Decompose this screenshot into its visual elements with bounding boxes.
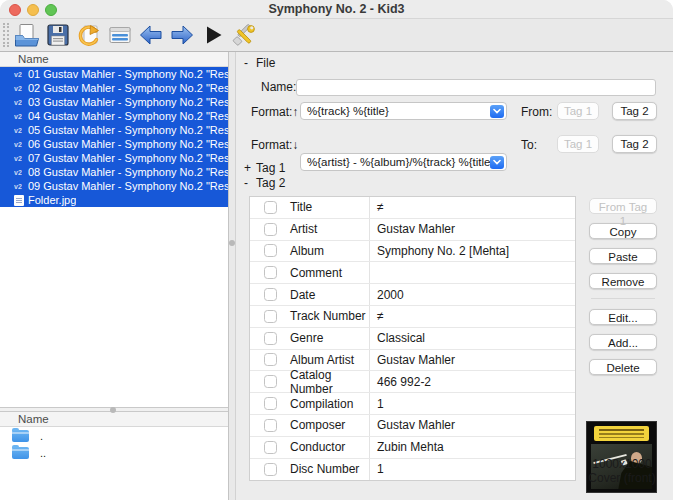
frame-checkbox-cell (250, 266, 277, 279)
dg-cartouche (594, 426, 649, 441)
tag2-action-button[interactable]: Paste (589, 248, 657, 264)
toolbar-drag-handle[interactable] (3, 23, 9, 47)
file-section-label: File (256, 56, 275, 70)
tag2-section-label: Tag 2 (256, 176, 285, 190)
tag2-edit-button[interactable]: Edit... (589, 309, 657, 325)
play-button[interactable] (199, 21, 228, 50)
kid3-window: Symphony No. 2 - Kid3 (0, 0, 673, 500)
frame-value[interactable]: Zubin Mehta (370, 440, 575, 454)
frame-checkbox[interactable] (264, 397, 277, 410)
splitter-handle-dot (229, 240, 235, 246)
file-row-image[interactable]: Folder.jpg (0, 193, 228, 207)
frame-checkbox[interactable] (264, 288, 277, 301)
frame-checkbox-cell (250, 310, 277, 323)
frame-label: Track Number (277, 306, 370, 327)
file-row[interactable]: v2 08 Gustav Mahler - Symphony No.2 "Res… (0, 165, 228, 179)
main-area: Name v2 01 Gustav Mahler - Symphony No.2… (0, 52, 673, 500)
chevron-down-icon (490, 156, 504, 169)
file-name: 01 Gustav Mahler - Symphony No.2 "Resurr (28, 68, 228, 80)
settings-button[interactable] (230, 21, 259, 50)
folder-icon (12, 447, 29, 459)
frame-checkbox[interactable] (264, 332, 277, 345)
file-row[interactable]: v2 06 Gustav Mahler - Symphony No.2 "Res… (0, 137, 228, 151)
format-to-filename-combo[interactable]: %{artist} - %{album}/%{track} %{title} (300, 153, 507, 171)
file-row[interactable]: v2 03 Gustav Mahler - Symphony No.2 "Res… (0, 95, 228, 109)
from-tag2-button[interactable]: Tag 2 (612, 102, 657, 120)
combo-value: %{track} %{title} (307, 105, 389, 117)
tag-v2-badge-icon: v2 (14, 141, 28, 148)
frame-checkbox[interactable] (264, 244, 277, 257)
frame-value[interactable]: Gustav Mahler (370, 222, 575, 236)
frame-row: Date 2000 (250, 284, 575, 306)
save-button[interactable] (44, 21, 73, 50)
crossed-tools-icon (231, 22, 257, 48)
frame-checkbox[interactable] (264, 353, 277, 366)
frame-value[interactable]: ≠ (370, 200, 575, 214)
playlist-button[interactable] (106, 21, 135, 50)
frame-value[interactable]: ≠ (370, 309, 575, 323)
tag2-action-button[interactable]: Remove (589, 273, 657, 289)
frame-checkbox[interactable] (264, 223, 277, 236)
frame-checkbox[interactable] (264, 463, 277, 476)
tag2-action-button[interactable]: Copy (589, 223, 657, 239)
frame-value[interactable]: Classical (370, 331, 575, 345)
frame-row: Artist Gustav Mahler (250, 219, 575, 241)
folder-list-header[interactable]: Name (0, 412, 228, 427)
frame-checkbox[interactable] (264, 310, 277, 323)
frame-checkbox-cell (250, 332, 277, 345)
frame-checkbox[interactable] (264, 441, 277, 454)
previous-file-button[interactable] (137, 21, 166, 50)
tag2-buttons-column: From Tag 1 Copy Paste Remove Edit... Add… (589, 198, 657, 384)
tag2-edit-button[interactable]: Delete (589, 359, 657, 375)
tag-v2-badge-icon: v2 (14, 183, 28, 190)
frame-checkbox-cell (250, 353, 277, 366)
vertical-splitter[interactable] (229, 52, 236, 500)
frame-value[interactable]: Gustav Mahler (370, 418, 575, 432)
folder-row[interactable]: .. (0, 444, 228, 461)
tag1-section-toggle[interactable]: +Tag 1 (244, 161, 285, 175)
horizontal-splitter[interactable] (0, 407, 228, 412)
frame-label: Comment (277, 262, 370, 283)
file-row[interactable]: v2 07 Gustav Mahler - Symphony No.2 "Res… (0, 151, 228, 165)
to-tag2-button[interactable]: Tag 2 (612, 135, 657, 153)
expand-indicator: + (244, 161, 256, 175)
frame-checkbox[interactable] (264, 266, 277, 279)
next-file-button[interactable] (168, 21, 197, 50)
file-row[interactable]: v2 05 Gustav Mahler - Symphony No.2 "Res… (0, 123, 228, 137)
file-name: 03 Gustav Mahler - Symphony No.2 "Resurr (28, 96, 228, 108)
arrow-right-icon (169, 22, 195, 48)
open-folder-button[interactable] (13, 21, 42, 50)
frame-value[interactable]: Gustav Mahler (370, 353, 575, 367)
file-name: 04 Gustav Mahler - Symphony No.2 "Resurr (28, 110, 228, 122)
frame-value[interactable]: 2000 (370, 288, 575, 302)
tag2-frame-table: Title ≠ Artist Gustav Mahler Album Symph… (249, 196, 576, 481)
frame-value[interactable]: 1 (370, 397, 575, 411)
frame-checkbox-cell (250, 223, 277, 236)
frame-checkbox[interactable] (264, 375, 277, 388)
file-name: 06 Gustav Mahler - Symphony No.2 "Resurr (28, 138, 228, 150)
tag2-section-toggle[interactable]: -Tag 2 (244, 176, 285, 190)
file-row[interactable]: v2 09 Gustav Mahler - Symphony No.2 "Res… (0, 179, 228, 193)
file-row[interactable]: v2 04 Gustav Mahler - Symphony No.2 "Res… (0, 109, 228, 123)
frame-value[interactable]: 466 992-2 (370, 375, 575, 389)
folder-row[interactable]: . (0, 427, 228, 444)
file-section-toggle[interactable]: -File (244, 56, 275, 70)
frame-checkbox[interactable] (264, 419, 277, 432)
frame-label: Catalog Number (277, 371, 370, 392)
tag-v2-badge-icon: v2 (14, 127, 28, 134)
frame-label: Disc Number (277, 459, 370, 481)
filename-input[interactable] (296, 79, 656, 96)
tag2-edit-button[interactable]: Add... (589, 334, 657, 350)
frame-value[interactable]: Symphony No. 2 [Mehta] (370, 244, 575, 258)
revert-button[interactable] (75, 21, 104, 50)
frame-checkbox[interactable] (264, 201, 277, 214)
file-list-header[interactable]: Name (0, 52, 228, 67)
frame-checkbox-cell (250, 441, 277, 454)
playlist-icon (107, 22, 133, 48)
file-row[interactable]: v2 01 Gustav Mahler - Symphony No.2 "Res… (0, 67, 228, 81)
buttons-separator (591, 298, 655, 299)
file-row[interactable]: v2 02 Gustav Mahler - Symphony No.2 "Res… (0, 81, 228, 95)
format-from-filename-combo[interactable]: %{track} %{title} (300, 102, 507, 120)
cover-caption: 1000x1000 Cover (front) (566, 458, 673, 485)
frame-value[interactable]: 1 (370, 462, 575, 476)
